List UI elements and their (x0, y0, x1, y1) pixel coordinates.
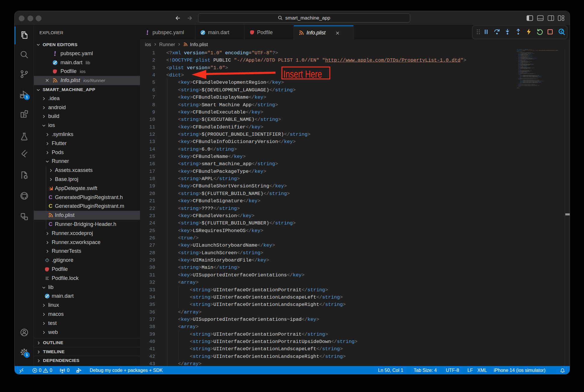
svg-text:Insert Here: Insert Here (283, 68, 322, 80)
